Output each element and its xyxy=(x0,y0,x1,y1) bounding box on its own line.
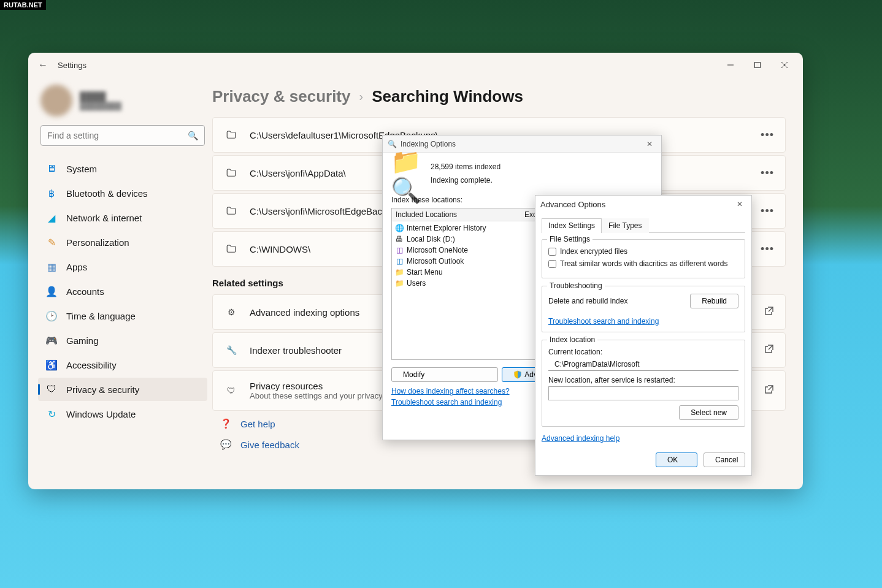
index-encrypted-checkbox[interactable]: Index encrypted files xyxy=(548,247,738,256)
person-icon: 👤 xyxy=(45,285,58,297)
close-icon[interactable]: ✕ xyxy=(733,200,746,208)
minimize-button[interactable] xyxy=(717,56,744,74)
select-new-button[interactable]: Select new xyxy=(679,405,738,420)
checkbox[interactable] xyxy=(548,248,556,256)
folder-icon xyxy=(224,128,239,142)
column-included: Included Locations xyxy=(396,210,524,219)
sidebar-item-network[interactable]: ◢Network & internet xyxy=(38,206,207,229)
delete-label: Delete and rebuild index xyxy=(548,297,627,305)
nav-label: Windows Update xyxy=(66,409,136,419)
open-icon[interactable] xyxy=(764,306,774,319)
gamepad-icon: 🎮 xyxy=(45,334,58,346)
wifi-icon: ◢ xyxy=(45,212,58,224)
ie-icon: 🌐 xyxy=(394,223,404,233)
clock-icon: 🕑 xyxy=(45,310,58,322)
folder-icon xyxy=(224,166,239,180)
shield-icon: 🛡 xyxy=(45,383,58,395)
link-label: Give feedback xyxy=(240,440,299,450)
sidebar-item-apps[interactable]: ▦Apps xyxy=(38,255,207,278)
help-icon: ❓ xyxy=(220,418,232,429)
row-label: Internet Explorer History xyxy=(407,224,486,232)
folder-icon xyxy=(224,242,239,256)
troubleshoot-link[interactable]: Troubleshoot search and indexing xyxy=(548,317,659,326)
nav-label: Accounts xyxy=(66,286,104,297)
tab-file-types[interactable]: File Types xyxy=(602,218,648,233)
sidebar-item-personalization[interactable]: ✎Personalization xyxy=(38,231,207,254)
dialog-titlebar: Advanced Options ✕ xyxy=(535,196,751,213)
current-location-label: Current location: xyxy=(548,348,738,356)
search-box[interactable]: 🔍 xyxy=(40,125,205,146)
sidebar-item-privacy[interactable]: 🛡Privacy & security xyxy=(38,378,207,401)
user-profile[interactable]: ████████████ xyxy=(40,85,207,116)
sidebar-item-bluetooth[interactable]: ฿Bluetooth & devices xyxy=(38,181,207,205)
chevron-right-icon: › xyxy=(359,90,363,104)
search-icon: 🔍 xyxy=(188,131,198,140)
new-location-input[interactable] xyxy=(548,386,738,400)
nav-label: Privacy & security xyxy=(66,384,139,395)
sidebar-item-update[interactable]: ↻Windows Update xyxy=(38,402,207,426)
sidebar-item-accounts[interactable]: 👤Accounts xyxy=(38,280,207,303)
nav-label: System xyxy=(66,164,97,174)
more-icon[interactable]: ••• xyxy=(761,129,774,142)
nav-label: Network & internet xyxy=(66,213,142,223)
row-label: Users xyxy=(407,279,426,288)
open-icon[interactable] xyxy=(764,384,774,397)
index-icon: 📁🔍 xyxy=(391,161,421,191)
breadcrumb-parent[interactable]: Privacy & security xyxy=(212,87,350,106)
accessibility-icon: ♿ xyxy=(45,359,58,371)
refresh-icon: ↻ xyxy=(45,408,58,420)
ok-button[interactable]: OK xyxy=(656,452,697,467)
row-label: Microsoft Outlook xyxy=(407,257,464,265)
close-icon[interactable]: ✕ xyxy=(643,140,656,148)
more-icon[interactable]: ••• xyxy=(761,243,774,256)
nav-label: Accessibility xyxy=(66,360,117,370)
current-location-value: C:\ProgramData\Microsoft xyxy=(548,358,738,371)
folder-icon: 📁 xyxy=(394,278,404,288)
back-button[interactable]: ← xyxy=(33,55,53,75)
close-button[interactable] xyxy=(771,56,798,74)
sidebar-item-gaming[interactable]: 🎮Gaming xyxy=(38,329,207,352)
watermark: RUTAB.NET xyxy=(0,0,46,10)
new-location-label: New location, after service is restarted… xyxy=(548,376,738,384)
more-icon[interactable]: ••• xyxy=(761,167,774,180)
nav-label: Personalization xyxy=(66,237,129,248)
advanced-options-dialog: Advanced Options ✕ Index Settings File T… xyxy=(535,195,752,476)
nav-label: Bluetooth & devices xyxy=(66,188,148,199)
folder-icon: 📁 xyxy=(394,267,404,277)
wrench-icon: 🔧 xyxy=(224,343,239,357)
modify-button[interactable]: Modify xyxy=(391,367,498,382)
rebuild-button[interactable]: Rebuild xyxy=(690,294,738,308)
nav-label: Time & language xyxy=(66,311,136,321)
sidebar-item-system[interactable]: 🖥System xyxy=(38,157,207,180)
row-label: Microsoft OneNote xyxy=(407,246,468,254)
breadcrumb: Privacy & security › Searching Windows xyxy=(212,87,786,106)
page-title: Searching Windows xyxy=(372,87,523,106)
checkbox[interactable] xyxy=(548,260,556,268)
maximize-button[interactable] xyxy=(744,56,771,74)
nav-label: Apps xyxy=(66,262,87,272)
items-indexed: 28,599 items indexed xyxy=(431,162,500,171)
checkbox-label: Index encrypted files xyxy=(560,247,627,256)
dialog-titlebar: 🔍 Indexing Options ✕ xyxy=(383,136,661,153)
more-icon[interactable]: ••• xyxy=(761,205,774,218)
app-title: Settings xyxy=(58,61,86,70)
row-label: Local Disk (D:) xyxy=(407,235,455,243)
fieldset-legend: Troubleshooting xyxy=(547,281,605,290)
open-icon[interactable] xyxy=(764,344,774,357)
brush-icon: ✎ xyxy=(45,236,58,248)
file-settings-group: File Settings Index encrypted files Trea… xyxy=(542,239,745,278)
checkbox-label: Treat similar words with diacritics as d… xyxy=(560,259,727,268)
sidebar-item-time[interactable]: 🕑Time & language xyxy=(38,304,207,327)
sidebar-item-accessibility[interactable]: ♿Accessibility xyxy=(38,353,207,376)
advanced-help-link[interactable]: Advanced indexing help xyxy=(542,434,619,443)
cancel-button[interactable]: Cancel xyxy=(704,452,745,467)
dialog-title: Advanced Options xyxy=(540,200,605,209)
display-icon: 🖥 xyxy=(45,162,58,175)
feedback-icon: 💬 xyxy=(220,439,232,450)
tab-index-settings[interactable]: Index Settings xyxy=(542,218,602,233)
search-input[interactable] xyxy=(47,131,188,140)
gear-icon: ⚙ xyxy=(224,305,239,319)
diacritics-checkbox[interactable]: Treat similar words with diacritics as d… xyxy=(548,259,738,268)
sidebar: ████████████ 🔍 🖥System ฿Bluetooth & devi… xyxy=(28,77,212,489)
avatar xyxy=(40,85,72,116)
